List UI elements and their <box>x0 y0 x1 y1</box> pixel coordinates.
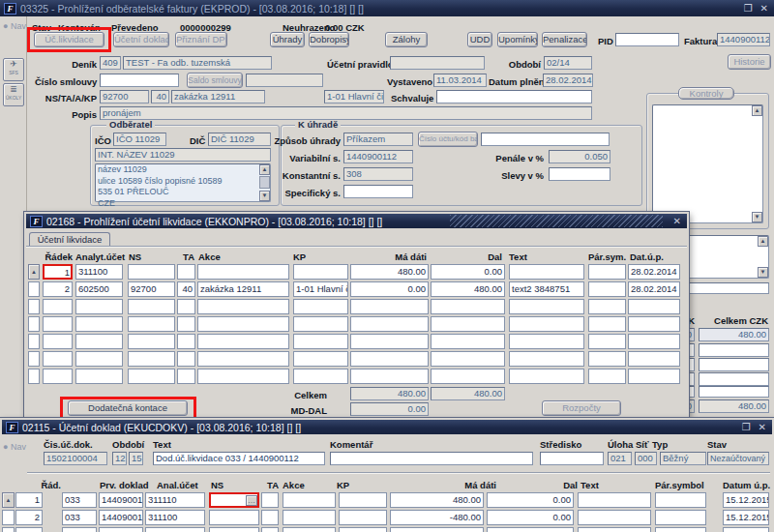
drow1-ucet[interactable]: 311110 <box>145 492 205 508</box>
close-icon[interactable]: ✕ <box>759 3 770 15</box>
tab-ucetni-likvidace[interactable]: Účetní likvidace <box>29 232 110 246</box>
table-row2-radek[interactable]: 2 <box>43 281 73 297</box>
kontroly2-scroll-down-icon[interactable]: ▼ <box>758 267 768 278</box>
drow1-prv[interactable]: 033 <box>62 492 97 508</box>
uc-likvidace-button[interactable]: Úč.likvidace <box>34 32 104 47</box>
table-row1-analyt[interactable]: 311100 <box>75 264 123 280</box>
table-row1-kp[interactable] <box>293 264 348 280</box>
historie-button[interactable]: Historie <box>728 54 771 70</box>
doklad-titlebar[interactable]: F 02115 - Účetní doklad (EKUCDOKV) - [03… <box>2 420 772 434</box>
denik-code-field[interactable]: 409 <box>100 56 121 70</box>
table-row2-par[interactable] <box>588 281 626 297</box>
penalizace-button[interactable]: Penalizace <box>542 32 587 47</box>
drow2-dal[interactable]: 0.00 <box>487 510 574 525</box>
doklad-window[interactable]: F 02115 - Účetní doklad (EKUCDOKV) - [03… <box>0 418 774 532</box>
nav-radio[interactable]: ● Nav <box>3 21 26 31</box>
saldo-field[interactable] <box>246 74 323 87</box>
table-row1-text[interactable] <box>509 264 584 280</box>
restore-icon[interactable]: ❐ <box>740 422 753 433</box>
denik-name-field[interactable]: TEST - Fa odb. tuzemská <box>123 56 272 70</box>
drow2-text[interactable] <box>578 510 651 525</box>
drow1-par[interactable] <box>655 492 706 508</box>
table-row2-dat[interactable]: 28.02.2014 <box>628 281 680 297</box>
drow1-dal[interactable]: 0.00 <box>487 492 574 508</box>
kontroly-scroll-down-icon[interactable]: ▼ <box>752 212 762 222</box>
address-scroll-down-icon[interactable]: ▼ <box>259 191 270 201</box>
typ-field[interactable]: Běžný <box>660 452 706 465</box>
table-row1-dat[interactable]: 28.02.2014 <box>628 264 680 280</box>
table-row2-madati[interactable]: 0.00 <box>350 281 429 297</box>
close-icon[interactable]: ✕ <box>757 422 768 433</box>
table-row2-ns[interactable]: 92700 <box>128 281 175 297</box>
konstantni-field[interactable]: 308 <box>343 167 413 181</box>
drow2-ucet[interactable]: 311100 <box>145 510 205 525</box>
upominky-button[interactable]: Upomínky <box>497 32 538 47</box>
drow2-datum[interactable]: 15.12.2015 <box>723 510 769 525</box>
uloha-field[interactable]: 021 <box>608 452 632 465</box>
drow1-doklad[interactable]: 1440900112 <box>99 492 143 508</box>
drow1-datum[interactable]: 15.12.2015 <box>723 492 769 508</box>
drow2-doklad[interactable]: 1440900112 <box>99 510 143 525</box>
drow1-text[interactable] <box>578 492 651 508</box>
table-row1-madati[interactable]: 480.00 <box>350 264 429 280</box>
row-scroll-up-icon[interactable]: ▲ <box>28 264 40 280</box>
lov-dots-icon[interactable]: … <box>246 495 257 506</box>
kontroly-scroll-up-icon[interactable]: ▲ <box>752 105 762 116</box>
likvidace-window[interactable]: F 02168 - Prohlížení účetní likvidace (E… <box>24 212 689 417</box>
cis-uc-dok-field[interactable]: 1502100004 <box>44 452 107 465</box>
table-row2-ta[interactable]: 40 <box>177 281 195 297</box>
drow1-ta[interactable] <box>261 492 279 508</box>
kp-field[interactable]: 1-01 Hlavní činnos <box>324 90 384 103</box>
address-scroll-thumb[interactable] <box>259 176 270 189</box>
zpusob-uhrady-field[interactable]: Příkazem <box>343 133 413 146</box>
saldo-smlouvy-button[interactable]: Saldo smlouvy <box>187 73 243 88</box>
kontroly-textarea[interactable] <box>652 104 763 223</box>
uhrady-button[interactable]: Úhrady <box>270 32 305 47</box>
table-row1-dal[interactable]: 0.00 <box>431 264 505 280</box>
obdobi-field[interactable]: 02/14 <box>544 56 592 70</box>
penale-field[interactable]: 0.050 <box>549 150 610 163</box>
cislo-uctu-button[interactable]: Číslo účtu/kód ban <box>418 132 478 147</box>
obdobi-mesic-field[interactable]: 12 <box>112 452 127 465</box>
obdobi-rok-field[interactable]: 15 <box>129 452 143 465</box>
table-row1-ta[interactable] <box>177 264 195 280</box>
pid-field[interactable] <box>615 33 679 46</box>
table-row2-dal[interactable]: 480.00 <box>431 281 505 297</box>
dic-field[interactable]: DIČ 11029 <box>208 133 271 146</box>
table-row1-par[interactable] <box>588 264 626 280</box>
table-row2-akce[interactable]: zakázka 12911 <box>197 281 289 297</box>
faktura-field[interactable]: 1440900112 <box>717 33 770 46</box>
specificky-field[interactable] <box>343 185 413 198</box>
nav-radio[interactable]: ● Nav <box>3 442 26 452</box>
zalohy-button[interactable]: Zálohy <box>385 32 428 47</box>
dodatecna-kontace-button[interactable]: Dodatečná kontace <box>68 400 188 416</box>
cislo-uctu-field[interactable] <box>481 133 610 146</box>
schvaluje-field[interactable] <box>436 90 592 103</box>
drow2-madati[interactable]: -480.00 <box>390 510 484 525</box>
ns-field[interactable]: 92700 <box>100 90 149 103</box>
cislo-smlouvy-field[interactable] <box>100 74 179 87</box>
drow1-kp[interactable] <box>339 492 387 508</box>
slevy-field[interactable] <box>549 167 610 181</box>
drow2-kp[interactable] <box>339 510 387 525</box>
int-nazev-field[interactable]: INT. NÁZEV 11029 <box>95 148 271 162</box>
drow1-rad[interactable]: 1 <box>15 492 43 508</box>
priznani-dph-button[interactable]: Přiznání DPH <box>175 32 227 47</box>
ta-field[interactable]: 40 <box>151 90 169 103</box>
drow2-ns[interactable] <box>209 510 259 525</box>
dobropisy-button[interactable]: Dobropisy <box>309 32 349 47</box>
datum-plneni-field[interactable]: 28.02.2014 <box>543 74 593 87</box>
sit-field[interactable]: 000 <box>635 452 657 465</box>
drow2-prv[interactable]: 033 <box>62 510 97 525</box>
drow2-par[interactable] <box>655 510 706 525</box>
ucetni-doklad-button[interactable]: Účetní doklad <box>113 32 169 47</box>
rozpocty-button[interactable]: Rozpočty <box>542 400 621 416</box>
restore-icon[interactable]: ❐ <box>742 3 755 15</box>
table-row1-akce[interactable] <box>197 264 289 280</box>
ukoly-button[interactable]: ≣ÚKOLY <box>3 83 24 106</box>
drow2-rad[interactable]: 2 <box>15 510 43 525</box>
ucetni-pravidlo-field[interactable] <box>390 56 485 70</box>
address-box[interactable]: název 11029 ulice 10589 číslo popisné 10… <box>95 163 271 202</box>
row-scroll-up-icon[interactable]: ▲ <box>2 492 15 508</box>
sfs-button[interactable]: ✈SFS <box>3 58 24 81</box>
